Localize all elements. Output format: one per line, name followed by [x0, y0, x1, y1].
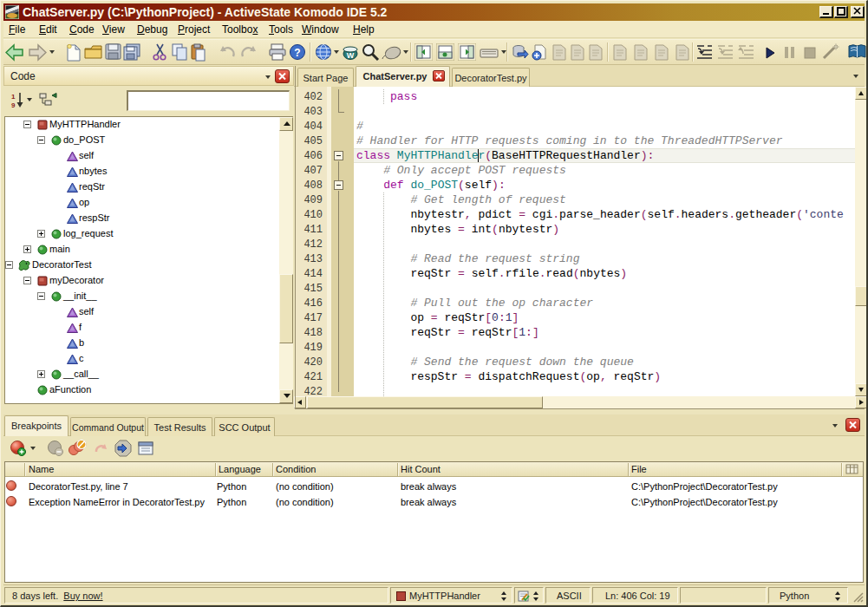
svg-text:1: 1 — [11, 93, 16, 101]
svg-text:9: 9 — [11, 101, 16, 109]
svg-text:?: ? — [294, 47, 300, 59]
svg-text:W: W — [347, 51, 355, 60]
